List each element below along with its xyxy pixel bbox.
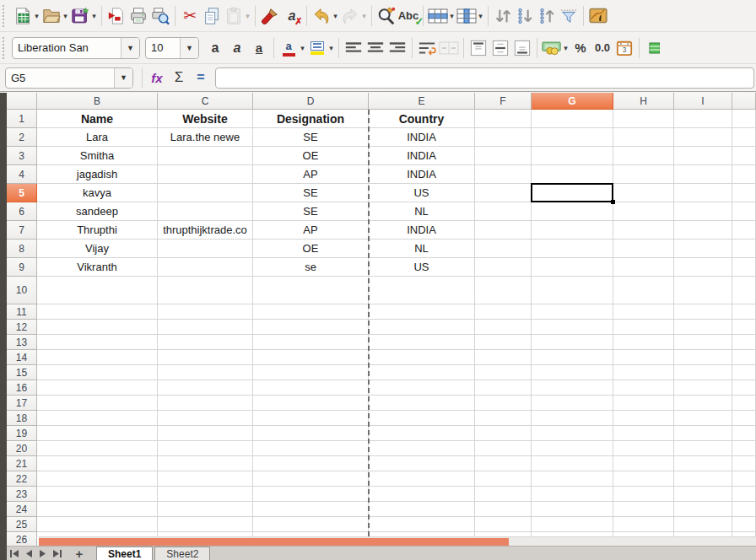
- toolbar-grip[interactable]: [3, 5, 9, 27]
- chevron-down-icon[interactable]: ▼: [114, 68, 132, 88]
- row-header-24[interactable]: 24: [7, 502, 37, 517]
- row-header-23[interactable]: 23: [7, 487, 37, 502]
- row-header-6[interactable]: 6: [7, 202, 37, 221]
- cell-B2[interactable]: Lara: [37, 128, 157, 146]
- previous-sheet-button[interactable]: [21, 547, 35, 560]
- italic-button[interactable]: a: [226, 36, 248, 60]
- cell-B1[interactable]: Name: [37, 110, 157, 127]
- column-header-F[interactable]: F: [475, 93, 532, 110]
- export-pdf-button[interactable]: [105, 4, 127, 28]
- new-document-dropdown-arrow[interactable]: ▾: [33, 12, 40, 20]
- undo-dropdown-arrow[interactable]: ▾: [332, 12, 339, 20]
- chevron-down-icon[interactable]: ▼: [121, 38, 139, 58]
- row-header-4[interactable]: 4: [7, 165, 37, 184]
- sort-ascending-button[interactable]: [536, 4, 558, 28]
- row-header-18[interactable]: 18: [7, 411, 37, 426]
- row-header-3[interactable]: 3: [7, 147, 37, 165]
- row-header-16[interactable]: 16: [7, 380, 37, 396]
- cell-B7[interactable]: Thrupthi: [37, 221, 157, 239]
- font-color-dropdown-arrow[interactable]: ▾: [299, 44, 306, 52]
- cell-E3[interactable]: INDIA: [369, 147, 474, 164]
- clone-formatting-button[interactable]: [259, 4, 281, 28]
- row-header-13[interactable]: 13: [7, 335, 37, 350]
- align-bottom-button[interactable]: [511, 36, 533, 60]
- clear-formatting-button[interactable]: a✗: [281, 4, 303, 28]
- sort-button[interactable]: [492, 4, 514, 28]
- wrap-text-button[interactable]: [416, 36, 438, 60]
- row-header-12[interactable]: 12: [7, 320, 37, 335]
- row-header-11[interactable]: 11: [7, 304, 37, 320]
- insert-image-button[interactable]: [587, 4, 609, 28]
- format-as-percent-button[interactable]: %: [570, 36, 591, 60]
- cut-button[interactable]: ✂: [179, 4, 201, 28]
- column-header-C[interactable]: C: [158, 93, 253, 110]
- column-button[interactable]: [456, 4, 478, 28]
- cell-C2[interactable]: Lara.the newe: [158, 128, 252, 146]
- center-vertically-button[interactable]: [489, 36, 511, 60]
- row-header-20[interactable]: 20: [7, 441, 37, 456]
- format-as-date-button[interactable]: 3: [613, 36, 635, 60]
- cell-B4[interactable]: jagadish: [37, 165, 157, 183]
- row-header-25[interactable]: 25: [7, 517, 37, 532]
- cell-E9[interactable]: US: [369, 258, 474, 276]
- row-header-14[interactable]: 14: [7, 350, 37, 365]
- fill-handle[interactable]: [611, 200, 615, 204]
- cell-E1[interactable]: Country: [369, 110, 474, 127]
- cell-D6[interactable]: SE: [253, 202, 368, 220]
- cell-E4[interactable]: INDIA: [369, 165, 474, 183]
- cell-D8[interactable]: OE: [253, 240, 368, 257]
- cell-C1[interactable]: Website: [158, 110, 252, 127]
- column-header[interactable]: [732, 93, 756, 110]
- print-button[interactable]: [127, 4, 149, 28]
- row-header-17[interactable]: 17: [7, 396, 37, 411]
- horizontal-scrollbar[interactable]: [39, 536, 756, 546]
- last-sheet-button[interactable]: [50, 547, 64, 560]
- row-header-22[interactable]: 22: [7, 471, 37, 487]
- align-center-button[interactable]: [364, 36, 386, 60]
- cell-D2[interactable]: SE: [253, 128, 368, 146]
- cell-B6[interactable]: sandeep: [37, 202, 157, 220]
- font-color-button[interactable]: a: [278, 36, 300, 60]
- cell-E5[interactable]: US: [369, 184, 474, 202]
- align-right-button[interactable]: [386, 36, 408, 60]
- sort-descending-button[interactable]: [514, 4, 536, 28]
- undo-button[interactable]: [310, 4, 332, 28]
- row-header-8[interactable]: 8: [7, 240, 37, 258]
- cell-D7[interactable]: AP: [253, 221, 368, 239]
- autofilter-button[interactable]: [558, 4, 580, 28]
- save-button[interactable]: [69, 4, 91, 28]
- highlighting-color-dropdown-arrow[interactable]: ▾: [327, 44, 335, 52]
- highlighting-color-button[interactable]: [306, 36, 328, 60]
- first-sheet-button[interactable]: [7, 547, 21, 560]
- row-header-2[interactable]: 2: [7, 128, 37, 147]
- insert-rows-button[interactable]: [643, 36, 665, 60]
- cell-D5[interactable]: SE: [253, 184, 368, 202]
- open-dropdown-arrow[interactable]: ▾: [62, 12, 69, 20]
- cell-D3[interactable]: OE: [253, 147, 368, 164]
- underline-button[interactable]: a: [248, 36, 270, 60]
- copy-button[interactable]: [201, 4, 223, 28]
- cell-B5[interactable]: kavya: [37, 184, 157, 202]
- select-all-corner[interactable]: [7, 93, 37, 110]
- format-as-currency-button[interactable]: [541, 36, 563, 60]
- row-header-19[interactable]: 19: [7, 426, 37, 441]
- column-header-G[interactable]: G: [532, 93, 613, 110]
- column-header-D[interactable]: D: [253, 93, 369, 110]
- row-header-15[interactable]: 15: [7, 365, 37, 380]
- print-preview-button[interactable]: [149, 4, 171, 28]
- cell-E8[interactable]: NL: [369, 240, 474, 257]
- open-button[interactable]: [40, 4, 62, 28]
- cell-D9[interactable]: se: [253, 258, 368, 276]
- column-header-H[interactable]: H: [613, 93, 674, 110]
- sum-button[interactable]: Σ: [168, 67, 190, 89]
- name-box[interactable]: G5 ▼: [5, 67, 133, 89]
- row-header-1[interactable]: 1: [7, 110, 37, 128]
- font-name-combo[interactable]: Liberation San ▼: [12, 37, 140, 59]
- row-dropdown-arrow[interactable]: ▾: [448, 12, 456, 20]
- column-header-E[interactable]: E: [369, 93, 475, 110]
- cell-D1[interactable]: Designation: [253, 110, 368, 127]
- bold-button[interactable]: a: [204, 36, 226, 60]
- cell-E2[interactable]: INDIA: [369, 128, 474, 146]
- row-header-7[interactable]: 7: [7, 221, 37, 240]
- column-header-I[interactable]: I: [674, 93, 732, 110]
